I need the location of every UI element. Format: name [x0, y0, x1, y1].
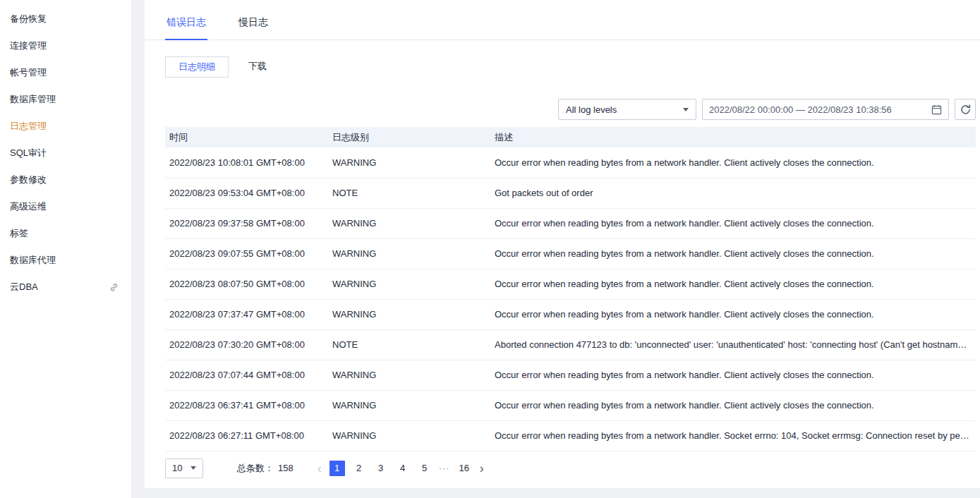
pagination-ellipsis: ··· — [439, 463, 450, 473]
total-count-value: 158 — [278, 463, 294, 473]
cell-level: NOTE — [328, 178, 490, 208]
external-link-icon — [109, 283, 119, 292]
sidebar-item-高级运维[interactable]: 高级运维 — [0, 193, 131, 220]
log-type-tabs: 错误日志 慢日志 — [145, 0, 980, 40]
sidebar-item-备份恢复[interactable]: 备份恢复 — [0, 6, 131, 32]
table-row: 2022/08/23 09:07:55 GMT+08:00WARNINGOccu… — [165, 238, 976, 269]
cell-time: 2022/08/23 06:27:11 GMT+08:00 — [165, 420, 328, 451]
page-number-4[interactable]: 4 — [395, 461, 411, 476]
cell-level: WARNING — [328, 420, 490, 451]
page-number-3[interactable]: 3 — [373, 461, 389, 476]
cell-level: WARNING — [328, 299, 490, 329]
sidebar-item-SQL审计[interactable]: SQL审计 — [0, 140, 131, 166]
sidebar-item-label: 数据库代理 — [10, 254, 56, 267]
cell-time: 2022/08/23 07:07:44 GMT+08:00 — [165, 360, 328, 390]
subtab-download[interactable]: 下载 — [236, 56, 279, 78]
cell-description: Occur error when reading bytes from a ne… — [490, 390, 976, 420]
table-row: 2022/08/23 07:37:47 GMT+08:00WARNINGOccu… — [165, 299, 976, 329]
error-log-table: 时间 日志级别 描述 2022/08/23 10:08:01 GMT+08:00… — [165, 127, 976, 451]
log-level-select-value: All log levels — [566, 104, 617, 115]
cell-description: Occur error when reading bytes from a ne… — [490, 299, 976, 329]
date-range-value: 2022/08/22 00:00:00 — 2022/08/23 10:38:5… — [709, 104, 892, 115]
sidebar-item-数据库代理[interactable]: 数据库代理 — [0, 247, 131, 274]
calendar-icon — [931, 104, 942, 115]
filter-bar: All log levels 2022/08/22 00:00:00 — 202… — [165, 99, 976, 120]
page-number-1[interactable]: 1 — [329, 461, 345, 476]
sidebar-item-帐号管理[interactable]: 帐号管理 — [0, 59, 131, 86]
cell-description: Occur error when reading bytes from a ne… — [490, 208, 976, 238]
cell-time: 2022/08/23 09:07:55 GMT+08:00 — [165, 238, 328, 269]
log-level-select[interactable]: All log levels — [558, 99, 696, 120]
cell-description: Got packets out of order — [490, 178, 976, 208]
subtab-log-detail[interactable]: 日志明细 — [165, 56, 229, 78]
table-row: 2022/08/23 09:37:58 GMT+08:00WARNINGOccu… — [165, 208, 976, 238]
sidebar-item-label: SQL审计 — [10, 147, 47, 159]
sidebar-item-标签[interactable]: 标签 — [0, 220, 131, 247]
sidebar-item-label: 参数修改 — [10, 174, 47, 186]
page-number-5[interactable]: 5 — [417, 461, 432, 476]
sidebar-item-label: 高级运维 — [10, 200, 47, 213]
cell-description: Occur error when reading bytes from a ne… — [490, 238, 976, 269]
chevron-down-icon — [190, 466, 196, 470]
page-number-16[interactable]: 16 — [456, 461, 472, 476]
sidebar-item-label: 数据库管理 — [10, 93, 56, 106]
sidebar-item-label: 备份恢复 — [10, 13, 47, 25]
log-panel: 错误日志 慢日志 日志明细 下载 All log levels 2022/08/… — [145, 0, 980, 488]
cell-time: 2022/08/23 06:37:41 GMT+08:00 — [165, 390, 328, 420]
sidebar-item-日志管理[interactable]: 日志管理 — [0, 113, 131, 140]
sidebar: 备份恢复连接管理帐号管理数据库管理日志管理SQL审计参数修改高级运维标签数据库代… — [0, 0, 131, 498]
page-list: ‹ 12345···16 › — [316, 461, 485, 476]
column-header-description: 描述 — [490, 127, 976, 147]
cell-level: WARNING — [328, 269, 490, 299]
sidebar-item-label: 连接管理 — [10, 40, 47, 52]
column-header-time: 时间 — [165, 127, 328, 147]
cell-time: 2022/08/23 09:53:04 GMT+08:00 — [165, 178, 328, 208]
cell-time: 2022/08/23 08:07:50 GMT+08:00 — [165, 269, 328, 299]
chevron-down-icon — [683, 108, 689, 111]
cell-description: Occur error when reading bytes from a ne… — [490, 420, 976, 451]
column-header-level: 日志级别 — [328, 127, 490, 147]
table-row: 2022/08/23 06:27:11 GMT+08:00WARNINGOccu… — [165, 420, 976, 451]
cell-level: WARNING — [328, 360, 490, 390]
cell-description: Occur error when reading bytes from a ne… — [490, 147, 976, 178]
tab-error-log[interactable]: 错误日志 — [165, 16, 207, 40]
table-header-row: 时间 日志级别 描述 — [165, 127, 976, 147]
chevron-right-icon[interactable]: › — [478, 461, 485, 475]
total-count: 总条数：158 — [237, 462, 294, 475]
cell-description: Aborted connection 477123 to db: 'unconn… — [490, 329, 976, 360]
table-row: 2022/08/23 09:53:04 GMT+08:00NOTEGot pac… — [165, 178, 976, 208]
log-content: 日志明细 下载 All log levels 2022/08/22 00:00:… — [145, 56, 980, 478]
total-count-label: 总条数： — [237, 463, 274, 473]
sidebar-item-label: 日志管理 — [10, 120, 47, 133]
table-row: 2022/08/23 06:37:41 GMT+08:00WARNINGOccu… — [165, 390, 976, 420]
cell-level: WARNING — [328, 238, 490, 269]
date-range-picker[interactable]: 2022/08/22 00:00:00 — 2022/08/23 10:38:5… — [702, 99, 949, 120]
cell-description: Occur error when reading bytes from a ne… — [490, 269, 976, 299]
sidebar-item-云DBA[interactable]: 云DBA — [0, 274, 131, 300]
cell-time: 2022/08/23 07:37:47 GMT+08:00 — [165, 299, 328, 329]
cell-level: NOTE — [328, 329, 490, 360]
page-size-select[interactable]: 10 — [165, 458, 203, 478]
page-number-2[interactable]: 2 — [351, 461, 367, 476]
table-row: 2022/08/23 07:07:44 GMT+08:00WARNINGOccu… — [165, 360, 976, 390]
chevron-left-icon[interactable]: ‹ — [316, 461, 323, 475]
table-row: 2022/08/23 07:30:20 GMT+08:00NOTEAborted… — [165, 329, 976, 360]
cell-level: WARNING — [328, 208, 490, 238]
sidebar-item-label: 云DBA — [10, 281, 38, 293]
sidebar-item-连接管理[interactable]: 连接管理 — [0, 32, 131, 59]
tab-slow-log[interactable]: 慢日志 — [237, 16, 270, 40]
sidebar-item-参数修改[interactable]: 参数修改 — [0, 166, 131, 193]
cell-description: Occur error when reading bytes from a ne… — [490, 360, 976, 390]
sidebar-item-label: 帐号管理 — [10, 66, 47, 79]
refresh-button[interactable] — [955, 99, 976, 120]
sidebar-item-数据库管理[interactable]: 数据库管理 — [0, 86, 131, 113]
cell-time: 2022/08/23 09:37:58 GMT+08:00 — [165, 208, 328, 238]
log-subtabs: 日志明细 下载 — [165, 56, 976, 78]
sidebar-item-label: 标签 — [10, 227, 28, 240]
pagination: 10 总条数：158 ‹ 12345···16 › — [165, 458, 976, 478]
page-size-value: 10 — [172, 463, 182, 473]
table-row: 2022/08/23 08:07:50 GMT+08:00WARNINGOccu… — [165, 269, 976, 299]
cell-time: 2022/08/23 10:08:01 GMT+08:00 — [165, 147, 328, 178]
cell-level: WARNING — [328, 147, 490, 178]
refresh-icon — [960, 104, 972, 116]
